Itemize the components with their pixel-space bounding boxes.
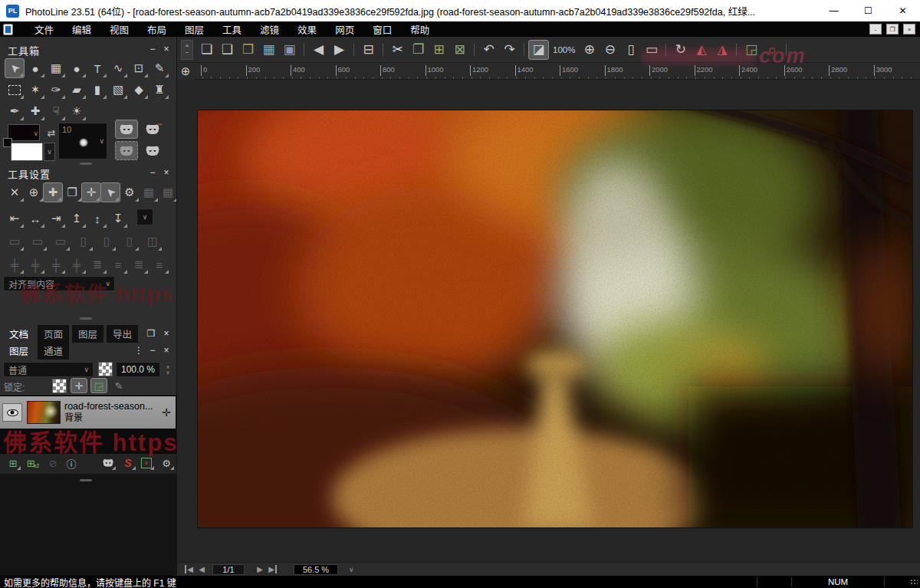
bezier-pen-tool[interactable]: ∿ (108, 58, 128, 78)
last-page-button[interactable]: ▶ (268, 565, 277, 573)
paste-as-button[interactable]: ⊠ (449, 40, 470, 60)
open-button[interactable]: ❒ (238, 40, 258, 60)
layer-mode-button[interactable] (141, 141, 164, 160)
paste-button[interactable]: ⊞ (429, 40, 449, 60)
save-button[interactable]: ▣ (279, 40, 300, 60)
maximize-button[interactable]: ☐ (851, 0, 886, 21)
dist-top-tool[interactable]: ▯ (74, 232, 94, 251)
marquee-tool[interactable] (5, 80, 25, 100)
settings-gear-tool[interactable]: ⚙ (120, 182, 140, 202)
back-button[interactable]: ◀ (308, 40, 329, 60)
chevron-down-icon[interactable]: ∨ (33, 130, 38, 137)
toolbar-dock-handle[interactable]: × − (181, 40, 193, 60)
effects-button[interactable]: ☼ (761, 40, 782, 60)
panel-splitter[interactable] (80, 163, 92, 165)
fit-window-button[interactable]: ▭ (641, 40, 662, 60)
page-indicator[interactable]: 1/1 (212, 564, 245, 575)
flip-vertical-button[interactable]: ◮ (711, 40, 732, 60)
space-left-tool[interactable]: ╪ (5, 255, 25, 274)
ruler-origin-button[interactable]: ⊕ (177, 63, 194, 80)
spray-tool[interactable]: ▮ (87, 80, 107, 100)
panel-splitter[interactable] (80, 317, 92, 320)
print-button[interactable]: ⊟ (358, 40, 379, 60)
undo-button[interactable]: ↶ (478, 40, 499, 60)
menu-item[interactable]: 滤镜 (251, 21, 288, 38)
zoom-field[interactable]: 56.5 % (294, 564, 338, 575)
move-center-tool[interactable]: ✛ (81, 182, 101, 202)
layer-row-background[interactable]: road-forest-season... 背景 ✛ (0, 396, 176, 429)
align-right-tool[interactable]: ⇥ (46, 209, 66, 228)
space-v-gap-tool[interactable]: ≡ (150, 255, 169, 274)
copy-button[interactable]: ❐ (408, 40, 429, 60)
canvas-area[interactable] (177, 80, 920, 562)
browse-button[interactable]: ▦ (258, 40, 279, 60)
gradient-zoom-button[interactable]: ◪ (528, 40, 549, 60)
brush-tool[interactable]: ✑ (46, 80, 66, 100)
cut-button[interactable]: ✂ (387, 40, 408, 60)
menu-item[interactable]: 网页 (326, 21, 363, 38)
transform-handles-tool[interactable]: ✕ (5, 182, 25, 202)
snap-center-tool[interactable]: ⊕ (24, 182, 44, 202)
edit-image-mode-button[interactable] (115, 120, 138, 139)
smudge-tool[interactable]: ☟ (46, 101, 66, 121)
flip-horizontal-button[interactable]: ◭ (691, 40, 711, 60)
dist-middle-tool[interactable]: ▯ (97, 232, 117, 251)
foreground-color-swatch[interactable]: ∨ (8, 124, 40, 141)
panel-minimize-button[interactable]: − (146, 343, 159, 357)
align-left-tool[interactable]: ⇤ (5, 209, 25, 228)
layer-settings-button[interactable]: ⚙ (158, 455, 175, 471)
paint-brush-tool[interactable]: ✒ (5, 101, 25, 121)
space-top-tool[interactable]: ╪ (67, 255, 87, 274)
panel-close-button[interactable]: × (159, 343, 173, 357)
forward-button[interactable]: ▶ (329, 40, 350, 60)
align-bottom-tool[interactable]: ↧ (108, 209, 128, 228)
rotate-button[interactable]: ↻ (670, 40, 691, 60)
spinner-down-icon[interactable]: ∨ (166, 370, 169, 375)
menu-item[interactable]: 工具 (213, 21, 251, 38)
document-icon[interactable] (3, 24, 13, 35)
style-button[interactable]: S (120, 455, 136, 471)
panel-splitter[interactable] (80, 479, 92, 481)
layer-visibility-toggle[interactable] (2, 403, 22, 422)
toolbox-minimize-button[interactable]: − (146, 42, 159, 56)
menu-item[interactable]: 帮助 (401, 21, 439, 38)
first-page-button[interactable]: ◀ (185, 565, 194, 573)
panel-close-button[interactable]: × (159, 327, 173, 340)
opacity-field[interactable]: 100.0 % (116, 362, 160, 377)
grid-large-tool[interactable]: ▦ (158, 182, 177, 202)
redo-button[interactable]: ↷ (499, 40, 520, 60)
magic-wand-tool[interactable]: ✶ (25, 80, 45, 100)
lock-position-button[interactable]: ✛ (71, 378, 87, 393)
layer-grid-tool[interactable]: ▦ (46, 58, 66, 78)
align-center-h-tool[interactable]: ↔ (25, 209, 45, 228)
dist-center-h-tool[interactable]: ▭ (28, 232, 48, 251)
opacity-checker-icon[interactable] (98, 362, 113, 376)
menu-item[interactable]: 布局 (138, 21, 176, 38)
tab-page[interactable]: 页面 (38, 325, 69, 343)
fit-page-button[interactable]: ▯ (620, 40, 641, 60)
eraser-tool[interactable]: ▰ (67, 80, 87, 100)
web-button-tool[interactable]: ● (67, 58, 87, 78)
space-v-equal-tool[interactable]: ≡ (108, 255, 128, 274)
dist-box-tool[interactable]: ◫ (143, 232, 163, 251)
dist-left-tool[interactable]: ▭ (5, 232, 25, 251)
mdi-restore-button[interactable]: ❐ (886, 24, 899, 34)
mdi-close-button[interactable]: × (903, 24, 915, 34)
color-dropdown[interactable]: ∨ (44, 143, 55, 161)
brush-preview[interactable]: 10 ∨ (58, 123, 107, 159)
menu-item[interactable]: 效果 (288, 21, 326, 38)
resize-grip[interactable] (910, 579, 918, 586)
tab-document[interactable]: 文档 (3, 325, 34, 343)
zoom-in-button[interactable]: ⊕ (579, 40, 600, 60)
dist-right-tool[interactable]: ▭ (51, 232, 71, 251)
new-layer-button[interactable]: ⊞ (5, 455, 21, 471)
lock-transform-button[interactable]: ◲ (90, 378, 107, 393)
previous-page-button[interactable]: ◀ (194, 565, 209, 573)
background-color-swatch[interactable] (11, 143, 43, 161)
opacity-stepper[interactable]: ∧ ∨ (163, 362, 173, 377)
healing-tool[interactable]: ✚ (25, 101, 45, 121)
layer-mask-button[interactable] (100, 455, 117, 471)
crop-tool[interactable]: ⊡ (129, 58, 149, 78)
new-document-button[interactable]: ❏ (196, 40, 217, 60)
layer-info-button[interactable]: ⓘ (63, 455, 80, 471)
